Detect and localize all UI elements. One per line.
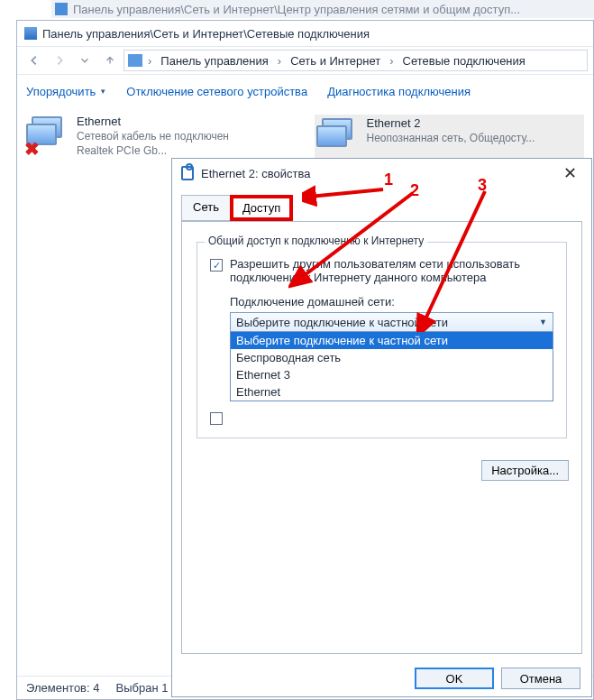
address-bar: › Панель управления › Сеть и Интернет › … [17, 46, 593, 75]
dialog-tabs: Сеть Доступ [172, 188, 591, 221]
home-connection-combo[interactable]: Выберите подключение к частной сети ▼ Вы… [230, 312, 553, 401]
breadcrumb-bar[interactable]: › Панель управления › Сеть и Интернет › … [123, 50, 588, 71]
ok-button[interactable]: OK [415, 668, 494, 689]
ok-label: OK [446, 672, 463, 686]
adapter-name: Ethernet [77, 115, 229, 129]
close-button[interactable]: ✕ [558, 163, 582, 183]
combo-option[interactable]: Беспроводная сеть [231, 349, 553, 366]
breadcrumb-root[interactable]: Панель управления [157, 52, 271, 69]
status-count: Элементов: 4 [26, 681, 99, 695]
diagnose-button[interactable]: Диагностика подключения [327, 85, 471, 98]
tab-sharing[interactable]: Доступ [230, 195, 293, 221]
settings-button-label: Настройка... [491, 464, 559, 477]
dialog-buttons: OK Отмена [415, 668, 580, 689]
window-titlebar: Панель управления\Сеть и Интернет\Сетевы… [17, 21, 593, 46]
combo-dropdown-list: Выберите подключение к частной сети Бесп… [230, 332, 553, 401]
home-connection-label: Подключение домашней сети: [230, 295, 553, 309]
breadcrumb-leaf[interactable]: Сетевые подключения [399, 52, 529, 69]
adapter-item-ethernet[interactable]: ✖ Ethernet Сетевой кабель не подключен R… [26, 115, 297, 161]
adapter-dialog-icon [181, 166, 194, 180]
network-adapter-icon [316, 116, 360, 160]
chevron-down-icon: ▼ [99, 88, 106, 96]
combo-selected-text: Выберите подключение к частной сети [236, 316, 448, 329]
group-title: Общий доступ к подключению к Интернету [205, 235, 427, 247]
recent-dropdown[interactable] [73, 50, 96, 71]
dialog-panel: Общий доступ к подключению к Интернету ✓… [181, 221, 582, 654]
organize-menu[interactable]: Упорядочить ▼ [26, 85, 106, 98]
adapter-name: Ethernet 2 [367, 116, 535, 131]
back-button[interactable] [23, 50, 46, 71]
combo-option[interactable]: Ethernet 3 [231, 366, 553, 383]
allow-sharing-row: ✓ Разрешить другим пользователям сети ис… [210, 257, 553, 284]
allow-sharing-checkbox[interactable]: ✓ [210, 259, 223, 272]
chevron-down-icon: ▼ [539, 318, 547, 327]
background-window-title: Панель управления\Сеть и Интернет\Центр … [51, 0, 594, 18]
allow-control-checkbox[interactable]: ✓ [210, 412, 223, 425]
error-x-icon: ✖ [24, 138, 40, 160]
status-selected: Выбран 1 [115, 681, 168, 695]
tab-network-label: Сеть [193, 200, 219, 214]
chevron-right-icon: › [274, 54, 285, 68]
network-adapter-icon: ✖ [26, 115, 69, 158]
adapter-item-ethernet2[interactable]: Ethernet 2 Неопознанная сеть, Общедосту.… [315, 115, 585, 161]
adapter-status: Неопознанная сеть, Общедосту... [367, 131, 535, 145]
control-panel-icon [55, 3, 68, 15]
cancel-button[interactable]: Отмена [501, 668, 580, 689]
background-title-text: Панель управления\Сеть и Интернет\Центр … [73, 3, 520, 16]
tab-network[interactable]: Сеть [181, 195, 231, 221]
tab-sharing-label: Доступ [242, 201, 280, 215]
forward-button[interactable] [48, 50, 71, 71]
organize-label: Упорядочить [26, 85, 96, 98]
dialog-title: Ethernet 2: свойства [201, 167, 551, 180]
combo-option[interactable]: Ethernet [231, 383, 553, 401]
command-bar: Упорядочить ▼ Отключение сетевого устрой… [17, 75, 593, 107]
sharing-group: Общий доступ к подключению к Интернету ✓… [196, 242, 567, 438]
dialog-titlebar: Ethernet 2: свойства ✕ [172, 159, 591, 188]
breadcrumb-mid[interactable]: Сеть и Интернет [287, 52, 384, 69]
chevron-right-icon: › [144, 54, 155, 68]
up-button[interactable] [98, 50, 122, 71]
properties-dialog: Ethernet 2: свойства ✕ Сеть Доступ Общий… [171, 158, 592, 697]
allow-control-row: ✓ [210, 410, 553, 425]
combo-selected[interactable]: Выберите подключение к частной сети ▼ [230, 312, 553, 332]
allow-sharing-label: Разрешить другим пользователям сети испо… [230, 257, 553, 284]
settings-button[interactable]: Настройка... [481, 460, 569, 481]
combo-option[interactable]: Выберите подключение к частной сети [231, 332, 553, 349]
adapter-status: Сетевой кабель не подключен [77, 129, 229, 143]
chevron-right-icon: › [386, 54, 397, 68]
adapter-device: Realtek PCIe Gb... [77, 143, 229, 158]
disable-label: Отключение сетевого устройства [126, 85, 307, 98]
location-icon [128, 54, 142, 67]
cancel-label: Отмена [520, 672, 562, 686]
window-title: Панель управления\Сеть и Интернет\Сетевы… [42, 27, 370, 41]
window-icon [24, 27, 37, 40]
disable-device-button[interactable]: Отключение сетевого устройства [126, 85, 307, 98]
diagnose-label: Диагностика подключения [327, 85, 471, 98]
